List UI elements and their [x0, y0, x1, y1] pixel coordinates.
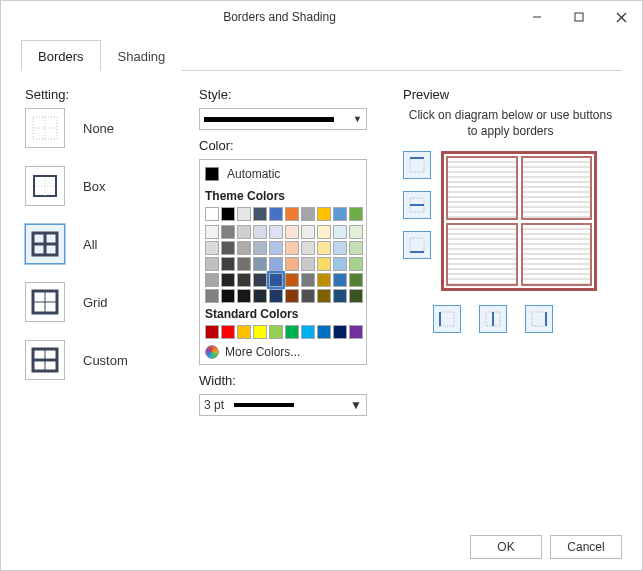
color-swatch[interactable]: [205, 207, 219, 221]
color-swatch[interactable]: [317, 289, 331, 303]
setting-heading: Setting:: [25, 87, 175, 102]
color-swatch[interactable]: [253, 225, 267, 239]
width-value: 3 pt: [204, 398, 224, 412]
color-swatch[interactable]: [205, 289, 219, 303]
color-swatch[interactable]: [301, 257, 315, 271]
color-swatch[interactable]: [221, 257, 235, 271]
color-swatch[interactable]: [269, 207, 283, 221]
color-swatch[interactable]: [317, 225, 331, 239]
border-top-button[interactable]: [403, 151, 431, 179]
color-swatch[interactable]: [317, 257, 331, 271]
ok-button[interactable]: OK: [470, 535, 542, 559]
color-swatch[interactable]: [349, 325, 363, 339]
border-bottom-button[interactable]: [403, 231, 431, 259]
color-swatch[interactable]: [269, 289, 283, 303]
color-swatch[interactable]: [205, 225, 219, 239]
tab-shading[interactable]: Shading: [101, 40, 183, 71]
cancel-button[interactable]: Cancel: [550, 535, 622, 559]
color-swatch[interactable]: [253, 273, 267, 287]
color-swatch[interactable]: [221, 289, 235, 303]
color-swatch[interactable]: [221, 273, 235, 287]
color-swatch[interactable]: [253, 207, 267, 221]
border-middle-v-button[interactable]: [479, 305, 507, 333]
color-swatch[interactable]: [253, 241, 267, 255]
color-swatch[interactable]: [237, 273, 251, 287]
color-swatch[interactable]: [333, 325, 347, 339]
setting-option-grid[interactable]: Grid: [25, 282, 175, 322]
automatic-color-row[interactable]: Automatic: [205, 165, 361, 185]
color-swatch[interactable]: [333, 241, 347, 255]
style-dropdown[interactable]: ▼: [199, 108, 367, 130]
border-middle-h-button[interactable]: [403, 191, 431, 219]
setting-option-custom[interactable]: Custom: [25, 340, 175, 380]
color-swatch[interactable]: [205, 241, 219, 255]
color-swatch[interactable]: [285, 325, 299, 339]
color-swatch[interactable]: [205, 257, 219, 271]
color-swatch[interactable]: [349, 241, 363, 255]
color-swatch[interactable]: [301, 325, 315, 339]
color-swatch[interactable]: [333, 207, 347, 221]
color-swatch[interactable]: [301, 207, 315, 221]
color-swatch[interactable]: [333, 289, 347, 303]
color-swatch[interactable]: [285, 225, 299, 239]
color-swatch[interactable]: [349, 207, 363, 221]
preview-cell: [446, 156, 518, 220]
color-swatch[interactable]: [317, 241, 331, 255]
setting-grid-icon: [25, 282, 65, 322]
color-swatch[interactable]: [237, 225, 251, 239]
color-swatch[interactable]: [237, 325, 251, 339]
color-swatch[interactable]: [253, 257, 267, 271]
color-swatch[interactable]: [221, 241, 235, 255]
border-left-button[interactable]: [433, 305, 461, 333]
minimize-button[interactable]: [516, 1, 558, 33]
setting-all-icon: [25, 224, 65, 264]
setting-option-none[interactable]: None: [25, 108, 175, 148]
setting-option-all[interactable]: All: [25, 224, 175, 264]
preview-diagram[interactable]: [441, 151, 597, 291]
setting-label: Grid: [83, 295, 108, 310]
color-swatch[interactable]: [285, 257, 299, 271]
color-swatch[interactable]: [237, 207, 251, 221]
color-swatch[interactable]: [221, 225, 235, 239]
width-dropdown[interactable]: 3 pt ▼: [199, 394, 367, 416]
color-swatch[interactable]: [269, 325, 283, 339]
color-swatch[interactable]: [301, 225, 315, 239]
color-swatch[interactable]: [269, 257, 283, 271]
color-swatch[interactable]: [349, 225, 363, 239]
color-swatch[interactable]: [253, 325, 267, 339]
color-swatch[interactable]: [301, 241, 315, 255]
color-swatch[interactable]: [317, 325, 331, 339]
tab-borders[interactable]: Borders: [21, 40, 101, 71]
color-swatch[interactable]: [349, 289, 363, 303]
color-swatch[interactable]: [285, 241, 299, 255]
color-swatch[interactable]: [285, 207, 299, 221]
color-swatch[interactable]: [221, 325, 235, 339]
color-swatch[interactable]: [285, 273, 299, 287]
color-swatch[interactable]: [317, 207, 331, 221]
color-swatch[interactable]: [349, 273, 363, 287]
color-swatch[interactable]: [333, 273, 347, 287]
color-swatch[interactable]: [237, 289, 251, 303]
border-right-button[interactable]: [525, 305, 553, 333]
color-swatch[interactable]: [269, 273, 283, 287]
color-swatch[interactable]: [333, 257, 347, 271]
color-swatch[interactable]: [269, 225, 283, 239]
color-swatch[interactable]: [221, 207, 235, 221]
color-swatch[interactable]: [317, 273, 331, 287]
close-button[interactable]: [600, 1, 642, 33]
color-swatch[interactable]: [253, 289, 267, 303]
color-swatch[interactable]: [285, 289, 299, 303]
setting-option-box[interactable]: Box: [25, 166, 175, 206]
color-swatch[interactable]: [237, 257, 251, 271]
color-swatch[interactable]: [237, 241, 251, 255]
color-swatch[interactable]: [349, 257, 363, 271]
color-swatch[interactable]: [205, 273, 219, 287]
color-swatch[interactable]: [205, 325, 219, 339]
color-swatch[interactable]: [301, 273, 315, 287]
color-swatch[interactable]: [301, 289, 315, 303]
color-swatch[interactable]: [333, 225, 347, 239]
color-swatch[interactable]: [269, 241, 283, 255]
more-colors-row[interactable]: More Colors...: [205, 345, 361, 359]
maximize-button[interactable]: [558, 1, 600, 33]
setting-label: Box: [83, 179, 105, 194]
